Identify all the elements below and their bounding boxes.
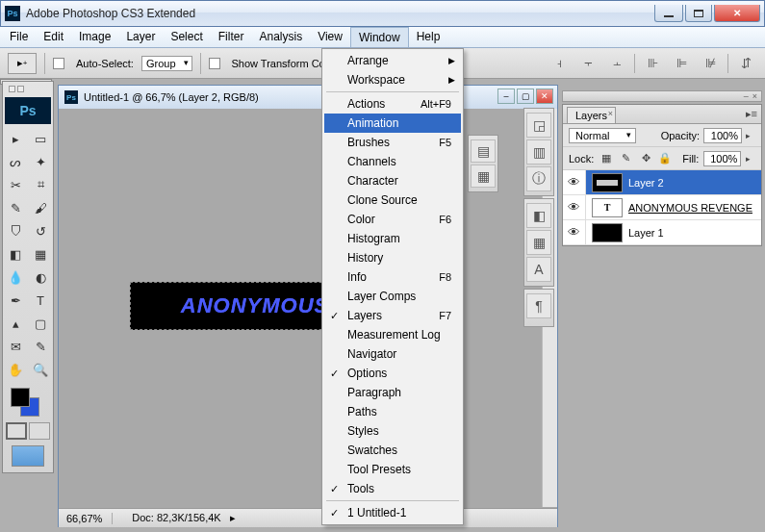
layer-thumbnail[interactable] — [592, 223, 623, 242]
arrange-icon[interactable]: ⇵ — [734, 54, 757, 73]
healing-tool[interactable]: ✎ — [4, 197, 27, 218]
layer-thumbnail[interactable]: T — [592, 198, 623, 217]
fill-arrow-icon[interactable]: ▸ — [746, 154, 755, 164]
swatches-icon[interactable]: ▦ — [526, 230, 551, 255]
layer-row[interactable]: 👁Layer 2 — [563, 170, 761, 195]
lasso-tool[interactable]: ᔕ — [4, 151, 27, 172]
window-menu-item[interactable]: ✓Options — [324, 364, 461, 383]
window-menu-item[interactable]: Tool Presets — [324, 460, 461, 479]
layer-thumbnail[interactable] — [592, 173, 623, 192]
menubar-item-analysis[interactable]: Analysis — [251, 27, 310, 47]
marquee-tool[interactable]: ▭ — [29, 128, 52, 149]
show-transform-checkbox[interactable] — [209, 58, 220, 69]
quick-select-tool[interactable]: ✦ — [29, 151, 52, 172]
layer-name[interactable]: Layer 1 — [628, 227, 664, 239]
opacity-input[interactable]: 100% — [703, 128, 742, 143]
visibility-icon[interactable]: 👁 — [563, 195, 586, 219]
window-menu-item[interactable]: InfoF8 — [324, 267, 461, 287]
panel-menu-icon[interactable]: ▸≡ — [746, 108, 757, 120]
align-icon[interactable]: ⫞ — [548, 54, 571, 73]
toolbox-header[interactable] — [5, 84, 51, 95]
doc-close-button[interactable]: ✕ — [536, 89, 553, 104]
distribute-icon[interactable]: ⊯ — [699, 54, 722, 73]
align-icon[interactable]: ⫟ — [576, 54, 599, 73]
crop-tool[interactable]: ✂ — [4, 174, 27, 195]
pen-tool[interactable]: ✒ — [4, 290, 27, 311]
dock-strip[interactable]: ¶ — [523, 289, 554, 327]
visibility-icon[interactable]: 👁 — [563, 220, 586, 244]
color-icon[interactable]: ◧ — [526, 203, 551, 228]
path-select-tool[interactable]: ▴ — [4, 313, 27, 334]
navigator-icon[interactable]: ◲ — [526, 113, 551, 138]
slice-tool[interactable]: ⌗ — [29, 174, 52, 195]
shape-tool[interactable]: ▢ — [29, 313, 52, 334]
paragraph-icon[interactable]: ¶ — [526, 293, 551, 318]
distribute-icon[interactable]: ⊪ — [641, 54, 664, 73]
foreground-color[interactable] — [11, 388, 30, 407]
quickmask-mode-button[interactable] — [29, 422, 50, 440]
window-menu-item[interactable]: ActionsAlt+F9 — [324, 94, 461, 114]
window-menu-item[interactable]: Swatches — [324, 441, 461, 460]
distribute-icon[interactable]: ⊫ — [670, 54, 693, 73]
color-swatches[interactable] — [5, 386, 51, 418]
align-icon[interactable]: ⫠ — [605, 54, 628, 73]
history-brush-tool[interactable]: ↺ — [29, 220, 52, 241]
styles-icon[interactable]: A — [526, 257, 551, 282]
screen-mode-button[interactable] — [12, 445, 44, 467]
menubar-item-file[interactable]: File — [2, 27, 36, 47]
dock-strip[interactable]: ▤ ▦ — [468, 135, 498, 192]
menubar-item-select[interactable]: Select — [163, 27, 210, 47]
window-menu-item[interactable]: Channels — [324, 152, 461, 171]
hand-tool[interactable]: ✋ — [4, 359, 27, 380]
window-menu-item[interactable]: ✓LayersF7 — [324, 306, 461, 325]
window-menu-item[interactable]: ColorF6 — [324, 210, 461, 229]
close-icon[interactable]: × — [752, 91, 757, 101]
window-menu-item[interactable]: Animation — [324, 114, 461, 133]
window-menu-item[interactable]: Styles — [324, 421, 461, 441]
menubar-item-help[interactable]: Help — [409, 27, 448, 47]
notes-tool[interactable]: ✉ — [4, 336, 27, 357]
layers-tab[interactable]: Layers × — [567, 107, 616, 123]
window-menu-item[interactable]: Workspace▶ — [324, 70, 461, 89]
window-menu-item[interactable]: Layer Comps — [324, 287, 461, 306]
window-menu-item[interactable]: Character — [324, 171, 461, 190]
menubar-item-view[interactable]: View — [310, 27, 350, 47]
layer-name[interactable]: Layer 2 — [628, 177, 664, 189]
dock-tab-icon[interactable]: ▤ — [471, 139, 496, 163]
histogram-icon[interactable]: ▥ — [526, 139, 551, 165]
move-tool[interactable]: ▸ — [4, 128, 27, 149]
fill-input[interactable]: 100% — [703, 151, 741, 166]
eyedropper-tool[interactable]: ✎ — [29, 336, 52, 357]
dock-strip[interactable]: ◧ ▦ A — [523, 198, 554, 287]
window-menu-item[interactable]: History — [324, 248, 461, 267]
zoom-level[interactable]: 66,67% — [66, 513, 113, 524]
window-menu-item[interactable]: BrushesF5 — [324, 133, 461, 152]
window-menu-item[interactable]: Paths — [324, 402, 461, 421]
menubar-item-image[interactable]: Image — [71, 27, 118, 47]
layer-name[interactable]: ANONYMOUS REVENGE — [628, 202, 752, 214]
window-menu-item[interactable]: Arrange▶ — [324, 51, 461, 70]
window-menu-item[interactable]: ✓Tools — [324, 479, 461, 498]
dodge-tool[interactable]: ◐ — [29, 266, 52, 288]
visibility-icon[interactable]: 👁 — [563, 170, 586, 194]
lock-pixels-icon[interactable]: ✎ — [619, 151, 633, 166]
eraser-tool[interactable]: ◧ — [4, 243, 27, 265]
window-menu-item[interactable]: Clone Source — [324, 190, 461, 210]
stamp-tool[interactable]: ⛉ — [4, 220, 27, 241]
menubar-item-filter[interactable]: Filter — [211, 27, 252, 47]
auto-select-checkbox[interactable] — [53, 58, 64, 69]
close-button[interactable]: ✕ — [714, 5, 760, 22]
standard-mode-button[interactable] — [6, 422, 27, 440]
lock-all-icon[interactable]: 🔒 — [658, 151, 673, 166]
zoom-tool[interactable]: 🔍 — [29, 359, 52, 380]
current-tool-indicator[interactable]: ▸+ — [8, 53, 37, 74]
type-tool[interactable]: T — [29, 290, 52, 311]
layer-row[interactable]: 👁Layer 1 — [563, 220, 761, 245]
brush-tool[interactable]: 🖌 — [29, 197, 52, 218]
minimize-button[interactable] — [654, 5, 683, 22]
collapsed-panel-header[interactable]: – × — [562, 90, 762, 102]
info-icon[interactable]: ⓘ — [526, 166, 551, 191]
menubar-item-layer[interactable]: Layer — [118, 27, 163, 47]
gradient-tool[interactable]: ▦ — [29, 243, 52, 265]
lock-position-icon[interactable]: ✥ — [638, 151, 652, 166]
